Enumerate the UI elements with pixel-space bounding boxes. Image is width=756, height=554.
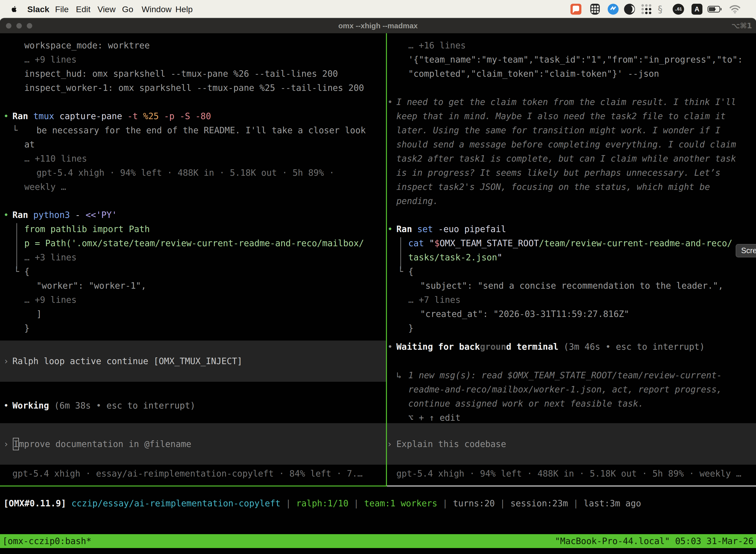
thinking-line: task2 after task1 is complete, but can I… — [396, 152, 736, 166]
pane-worker[interactable]: workspace_mode: worktree … +9 lines insp… — [0, 33, 386, 486]
waiting-status-text: Waiting for background terminal (3m 46s … — [396, 340, 705, 354]
ran-tmux-command-text: Ran tmux capture-pane -t %25 -p -S -80 — [12, 109, 211, 123]
moon-icon[interactable] — [624, 4, 635, 15]
model-status-line: gpt-5.4 xhigh · essay/ai-reimplementatio… — [12, 466, 363, 481]
code-line: from pathlib import Path — [24, 222, 150, 236]
mailbox-message-line: 1 new msg(s): read $OMX_TEAM_STATE_ROOT/… — [408, 368, 722, 383]
menu-item-help[interactable]: Help — [175, 0, 193, 18]
terminal-content: workspace_mode: worktree … +9 lines insp… — [0, 33, 756, 554]
output-elbow: └ — [12, 123, 18, 137]
dots-grid-icon[interactable] — [641, 4, 651, 15]
desktop: Slack File Edit View Go Window Help § — [0, 0, 756, 554]
thinking-line: I need to get the claim token from the c… — [396, 95, 736, 109]
ran-python-command-text: Ran python3 - <<'PY' — [12, 208, 117, 222]
battery-icon[interactable] — [707, 4, 722, 15]
menu-app-name[interactable]: Slack — [27, 0, 49, 18]
shield-grid-icon[interactable] — [590, 4, 600, 15]
inject-banner-text: Ralph loop active continue [OMX_TMUX_INJ… — [12, 356, 242, 366]
pane-divider[interactable] — [386, 33, 387, 487]
menu-item-file[interactable]: File — [55, 0, 69, 18]
thinking-line: keep that in mind. Maybe I also need the… — [396, 109, 726, 123]
output-elbow: └ — [14, 265, 19, 279]
prompt-input-right[interactable]: › Explain this codebase — [387, 423, 756, 465]
log-line: inspect_worker-1: omx sparkshell --tmux-… — [24, 81, 364, 95]
working-status-text: Working (6m 38s • esc to interrupt) — [12, 399, 195, 413]
window-titlebar[interactable]: omx --xhigh --madmax ⌥⌘1 — [0, 18, 756, 33]
cat-command-line: cat "$OMX_TEAM_STATE_ROOT/team/review-cu… — [408, 236, 732, 251]
model-status-line: gpt-5.4 xhigh · 94% left · 488K in · 5.1… — [396, 466, 741, 481]
tmux-status-bar: [omx-cczip0:bash* "MacBook-Pro-44.local"… — [0, 534, 756, 548]
window-shortcut: ⌥⌘1 — [732, 18, 752, 33]
ran-tmux-command: • — [3, 109, 9, 123]
log-line: inspect_hud: omx sparkshell --tmux-pane … — [24, 67, 338, 81]
output-line: be necessary for the end of the README. … — [37, 123, 366, 137]
json-line: "created_at": "2026-03-31T11:59:27.816Z" — [420, 307, 629, 321]
thinking-line: inspect task2's JSON, focusing on the st… — [396, 180, 710, 194]
inject-banner: › Ralph loop active continue [OMX_TMUX_I… — [0, 340, 386, 382]
menu-item-view[interactable]: View — [98, 0, 116, 18]
json-line: "subject": "send a concise recommendatio… — [420, 279, 723, 293]
thinking-line: pending. — [396, 194, 438, 208]
apple-menu-icon[interactable] — [10, 4, 18, 15]
pane-border-active — [0, 486, 386, 487]
thinking-line: should send a message before completing … — [396, 137, 736, 152]
chat-app-icon[interactable] — [570, 4, 581, 15]
input-source-icon[interactable]: A — [692, 4, 702, 15]
blue-bolt-icon[interactable] — [608, 4, 619, 15]
json-line: "worker": "worker-1", — [37, 279, 146, 293]
window-title: omx --xhigh --madmax — [0, 18, 756, 33]
tmux-host-clock: "MacBook-Pro-44.local" 05:03 31-Mar-26 — [555, 536, 754, 546]
output-line: at — [24, 137, 35, 152]
collapsed-lines-indicator: … +9 lines — [24, 53, 77, 67]
collapsed-lines-indicator: … +3 lines — [24, 251, 77, 265]
mailbox-message-line: continue assigned work or next feasible … — [408, 397, 643, 411]
json-line: ] — [37, 307, 42, 321]
input-placeholder[interactable]: Explain this codebase — [396, 439, 506, 449]
output-connector-line — [400, 237, 401, 269]
terminal-window: omx --xhigh --madmax ⌥⌘1 workspace_mode:… — [0, 18, 756, 554]
tmux-session-name: [omx-cczip0:bash* — [2, 536, 91, 546]
thinking-bullet: • — [387, 95, 393, 109]
badge-61-icon[interactable]: ..61 — [673, 4, 684, 15]
prompt-chevron: › — [3, 356, 9, 366]
json-line: { — [408, 265, 414, 279]
json-line: "completed","claim_token":"claim-token"}… — [408, 67, 659, 81]
omx-status-line: [OMX#0.11.9] cczip/essay/ai-reimplementa… — [3, 496, 641, 510]
json-line: '{"team_name":"my-team","task_id":"1","f… — [408, 53, 743, 67]
log-line: workspace_mode: worktree — [24, 39, 150, 53]
collapsed-lines-indicator: … +16 lines — [408, 39, 466, 53]
output-elbow: └ — [398, 265, 403, 279]
mailbox-arrow: ↳ — [396, 368, 401, 383]
cat-command-line: tasks/task-2.json" — [408, 251, 502, 265]
waiting-status: • — [387, 340, 393, 354]
code-line: p = Path('.omx/state/team/review-current… — [24, 236, 364, 251]
json-line: { — [24, 265, 29, 279]
edit-hint: ⌥ + ↑ edit — [408, 411, 460, 425]
usage-line: gpt-5.4 xhigh · 94% left · 488K in · 5.1… — [37, 166, 334, 180]
prompt-chevron: › — [3, 439, 9, 449]
menu-bar: Slack File Edit View Go Window Help § — [0, 0, 756, 18]
pane-border-inactive — [387, 486, 756, 487]
input-placeholder[interactable]: Improve documentation in @filename — [13, 438, 191, 450]
json-line: } — [408, 321, 414, 335]
collapsed-lines-indicator: … +7 lines — [408, 293, 460, 307]
ran-python-command: • — [3, 208, 9, 222]
thinking-line: later. Using the same for transition mig… — [396, 123, 720, 137]
usage-line: weekly … — [24, 180, 66, 194]
working-status: • — [3, 399, 9, 413]
wifi-icon[interactable] — [729, 4, 741, 15]
prompt-input-left[interactable]: › Improve documentation in @filename — [0, 423, 386, 465]
menu-item-window[interactable]: Window — [142, 0, 172, 18]
collapsed-lines-indicator: … +9 lines — [24, 293, 77, 307]
screen-tooltip: Scre — [736, 244, 756, 258]
pane-hud[interactable]: … +16 lines '{"team_name":"my-team","tas… — [387, 33, 756, 486]
menu-item-edit[interactable]: Edit — [76, 0, 90, 18]
output-connector-line — [16, 223, 17, 269]
menu-item-go[interactable]: Go — [122, 0, 133, 18]
thinking-line: is in progress? It seems likely but perh… — [396, 166, 720, 180]
ran-shell-command: • — [387, 222, 393, 236]
prompt-chevron: › — [387, 439, 392, 449]
squiggle-icon[interactable]: § — [658, 4, 663, 15]
ran-shell-command-text: Ran set -euo pipefail — [396, 222, 506, 236]
json-line: } — [24, 321, 29, 335]
